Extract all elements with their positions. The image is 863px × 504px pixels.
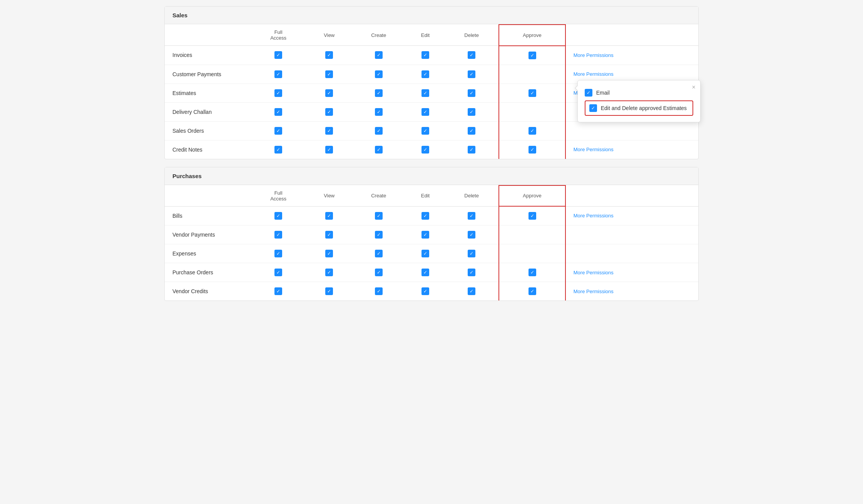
estimates-popup: × ✓ Email ✓ Edit and Delete approved Est…	[577, 80, 701, 122]
table-row: Bills ✓ ✓ ✓ ✓ ✓ ✓ More Permissions	[165, 206, 698, 225]
col-name-purchases	[165, 185, 249, 207]
checkbox-po-view[interactable]: ✓	[307, 263, 351, 282]
checkbox-so-create[interactable]: ✓	[351, 121, 406, 140]
checkbox-cn-full[interactable]: ✓	[249, 140, 307, 159]
checkbox-so-delete[interactable]: ✓	[445, 121, 499, 140]
checkbox-exp-create[interactable]: ✓	[351, 244, 406, 263]
more-permissions-vc[interactable]: More Permissions	[565, 282, 698, 301]
checked-icon: ✓	[375, 269, 383, 276]
checked-icon: ✓	[421, 108, 429, 116]
checkbox-cp-edit[interactable]: ✓	[406, 65, 445, 83]
checkbox-exp-full[interactable]: ✓	[249, 244, 307, 263]
checkbox-invoices-view[interactable]: ✓	[307, 46, 351, 65]
checkbox-po-create[interactable]: ✓	[351, 263, 406, 282]
checkbox-vp-full[interactable]: ✓	[249, 225, 307, 244]
checkbox-po-edit[interactable]: ✓	[406, 263, 445, 282]
checkbox-invoices-approve[interactable]: ✓	[499, 46, 565, 65]
checkbox-vp-view[interactable]: ✓	[307, 225, 351, 244]
checked-icon: ✓	[325, 89, 333, 97]
more-permissions-estimates[interactable]: More Permissions × ✓ Email ✓ Edit and De…	[565, 83, 698, 102]
checkbox-invoices-create[interactable]: ✓	[351, 46, 406, 65]
checked-icon: ✓	[375, 146, 383, 154]
checked-icon: ✓	[421, 51, 429, 59]
checkbox-vc-approve[interactable]: ✓	[499, 282, 565, 301]
col-create-purchases: Create	[351, 185, 406, 207]
col-full-access-purchases: FullAccess	[249, 185, 307, 207]
more-permissions-invoices[interactable]: More Permissions	[565, 46, 698, 65]
checkbox-so-full[interactable]: ✓	[249, 121, 307, 140]
row-name-bills: Bills	[165, 206, 249, 225]
table-row: Invoices ✓ ✓ ✓ ✓ ✓ ✓ More Permissions	[165, 46, 698, 65]
checkbox-so-edit[interactable]: ✓	[406, 121, 445, 140]
checkbox-vc-delete[interactable]: ✓	[445, 282, 499, 301]
col-view-sales: View	[307, 25, 351, 46]
checkbox-vp-delete[interactable]: ✓	[445, 225, 499, 244]
checkbox-po-approve[interactable]: ✓	[499, 263, 565, 282]
checked-icon: ✓	[421, 269, 429, 276]
checkbox-cn-edit[interactable]: ✓	[406, 140, 445, 159]
checkbox-est-create[interactable]: ✓	[351, 83, 406, 102]
checkbox-cp-full[interactable]: ✓	[249, 65, 307, 83]
checkbox-exp-delete[interactable]: ✓	[445, 244, 499, 263]
more-permissions-bills[interactable]: More Permissions	[565, 206, 698, 225]
checkbox-bills-view[interactable]: ✓	[307, 206, 351, 225]
checkbox-bills-create[interactable]: ✓	[351, 206, 406, 225]
checked-icon: ✓	[468, 108, 475, 116]
checkbox-est-delete[interactable]: ✓	[445, 83, 499, 102]
checkbox-vc-full[interactable]: ✓	[249, 282, 307, 301]
checkbox-exp-approve	[499, 244, 565, 263]
more-permissions-po[interactable]: More Permissions	[565, 263, 698, 282]
checked-icon: ✓	[325, 108, 333, 116]
checkbox-cn-approve[interactable]: ✓	[499, 140, 565, 159]
checkbox-cn-view[interactable]: ✓	[307, 140, 351, 159]
checkbox-bills-edit[interactable]: ✓	[406, 206, 445, 225]
checkbox-est-full[interactable]: ✓	[249, 83, 307, 102]
checkbox-cp-create[interactable]: ✓	[351, 65, 406, 83]
checkbox-invoices-edit[interactable]: ✓	[406, 46, 445, 65]
sales-title: Sales	[172, 12, 187, 18]
checkbox-vp-edit[interactable]: ✓	[406, 225, 445, 244]
more-permissions-exp	[565, 244, 698, 263]
more-permissions-cn[interactable]: More Permissions	[565, 140, 698, 159]
checkbox-dc-full[interactable]: ✓	[249, 102, 307, 121]
popup-item-edit-delete[interactable]: ✓ Edit and Delete approved Estimates	[585, 100, 693, 116]
checked-icon: ✓	[468, 250, 475, 257]
checkbox-vc-edit[interactable]: ✓	[406, 282, 445, 301]
checkbox-dc-create[interactable]: ✓	[351, 102, 406, 121]
checkbox-exp-view[interactable]: ✓	[307, 244, 351, 263]
checkbox-so-view[interactable]: ✓	[307, 121, 351, 140]
checked-icon: ✓	[529, 212, 536, 220]
checkbox-dc-edit[interactable]: ✓	[406, 102, 445, 121]
checkbox-dc-view[interactable]: ✓	[307, 102, 351, 121]
checkbox-po-full[interactable]: ✓	[249, 263, 307, 282]
checkbox-invoices-full[interactable]: ✓	[249, 46, 307, 65]
checkbox-dc-delete[interactable]: ✓	[445, 102, 499, 121]
checkbox-cn-delete[interactable]: ✓	[445, 140, 499, 159]
checkbox-po-delete[interactable]: ✓	[445, 263, 499, 282]
checked-icon: ✓	[529, 127, 536, 135]
popup-item-email[interactable]: ✓ Email	[585, 87, 693, 99]
checkbox-cp-view[interactable]: ✓	[307, 65, 351, 83]
checked-icon: ✓	[421, 231, 429, 239]
checked-icon: ✓	[468, 146, 475, 154]
popup-close-button[interactable]: ×	[692, 84, 695, 90]
checkbox-invoices-delete[interactable]: ✓	[445, 46, 499, 65]
checkbox-est-view[interactable]: ✓	[307, 83, 351, 102]
checkbox-exp-edit[interactable]: ✓	[406, 244, 445, 263]
checked-icon: ✓	[325, 51, 333, 59]
checkbox-bills-full[interactable]: ✓	[249, 206, 307, 225]
checkbox-est-approve[interactable]: ✓	[499, 83, 565, 102]
checkbox-vc-create[interactable]: ✓	[351, 282, 406, 301]
checked-icon: ✓	[375, 287, 383, 295]
sales-section: Sales FullAccess View Create Edit Delete…	[164, 6, 699, 159]
checkbox-bills-approve[interactable]: ✓	[499, 206, 565, 225]
checkbox-so-approve[interactable]: ✓	[499, 121, 565, 140]
checkbox-bills-delete[interactable]: ✓	[445, 206, 499, 225]
checkbox-cn-create[interactable]: ✓	[351, 140, 406, 159]
checkbox-vp-create[interactable]: ✓	[351, 225, 406, 244]
checked-icon: ✓	[274, 70, 282, 78]
checked-icon: ✓	[375, 70, 383, 78]
checkbox-vc-view[interactable]: ✓	[307, 282, 351, 301]
checkbox-cp-delete[interactable]: ✓	[445, 65, 499, 83]
checkbox-est-edit[interactable]: ✓	[406, 83, 445, 102]
